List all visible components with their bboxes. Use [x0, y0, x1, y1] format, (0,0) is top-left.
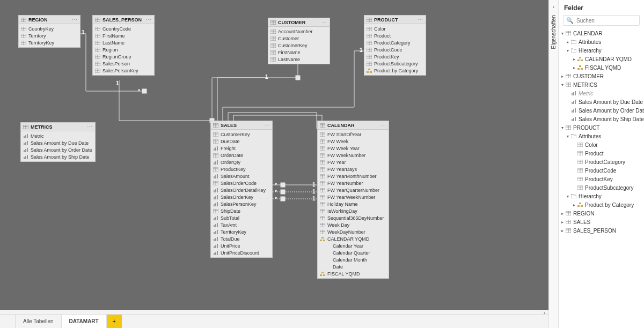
tree-node[interactable]: ▸SALES_PERSON [559, 226, 644, 235]
entity-sales[interactable]: SALES ⋯ CustomerKeyDueDateFreightOrderDa… [210, 121, 273, 258]
hierarchy-level[interactable]: Calendar Month [318, 256, 389, 263]
entity-header[interactable]: METRICS ⋯ [21, 123, 95, 131]
tab-datamart[interactable]: DATAMART [62, 315, 107, 328]
tree-twisty[interactable]: ▾ [565, 194, 570, 199]
entity-header[interactable]: SALES ⋯ [211, 121, 272, 130]
entity-field[interactable]: SubTotal [211, 214, 272, 221]
entity-sales-person[interactable]: SALES_PERSON ⋯ CountryCodeFirstNameLastN… [92, 15, 155, 76]
entity-menu-icon[interactable]: ⋯ [72, 18, 78, 22]
entity-field[interactable]: CountryCode [93, 25, 154, 32]
tree-node[interactable]: Product [559, 149, 644, 158]
expand-properties-icon[interactable]: ‹ [553, 3, 555, 10]
entity-header[interactable]: CUSTOMER ⋯ [268, 18, 330, 27]
entity-field[interactable]: SalesOrderKey [211, 193, 272, 200]
fields-tree[interactable]: ▾CALENDAR▸Attributes▾Hierarchy▸CALENDAR … [559, 29, 644, 328]
entity-header[interactable]: REGION ⋯ [19, 16, 80, 24]
entity-calendar[interactable]: CALENDAR ⋯ FW StartOfYearFW WeekFW Week … [317, 121, 389, 279]
entity-field[interactable]: Week Day [318, 221, 389, 228]
tree-node[interactable]: Color [559, 140, 644, 149]
entity-field[interactable]: FW WeekNumber [318, 152, 389, 159]
entity-field[interactable]: Sales Amount by Ship Date [21, 153, 95, 160]
entity-field[interactable]: CustomerKey [268, 42, 330, 49]
entity-field[interactable]: SalesOrderDetailKey [211, 187, 272, 193]
entity-field[interactable]: CountryKey [19, 25, 80, 32]
entity-header[interactable]: PRODUCT ⋯ [364, 16, 426, 24]
entity-field[interactable]: FW StartOfYear [318, 131, 389, 138]
tree-twisty[interactable]: ▸ [572, 57, 577, 62]
entity-field[interactable]: SalesAmount [211, 173, 272, 180]
entity-field[interactable]: Holiday Name [318, 200, 389, 207]
tree-node[interactable]: Sales Amount by Order Date [559, 106, 644, 115]
entity-product[interactable]: PRODUCT ⋯ ColorProductProductCategoryPro… [364, 15, 426, 76]
tree-node[interactable]: Sales Amount by Ship Date [559, 115, 644, 123]
horizontal-scrollbar[interactable]: › [0, 310, 548, 314]
entity-field[interactable]: SalesPerson [93, 60, 154, 67]
tree-node[interactable]: ProductCode [559, 166, 644, 175]
entity-field[interactable]: ProductKey [364, 53, 426, 60]
entity-field[interactable]: CustomerKey [211, 131, 272, 138]
tab-add[interactable]: + [107, 315, 122, 328]
entity-field[interactable]: IsWorkingDay [318, 207, 389, 214]
tree-node[interactable]: ▾METRICS [559, 80, 644, 89]
entity-field[interactable]: ShipDate [211, 207, 272, 214]
tree-twisty[interactable]: ▸ [560, 211, 565, 216]
tree-node[interactable]: ▸FISCAL YQMD [559, 63, 644, 72]
tree-twisty[interactable]: ▸ [565, 40, 570, 44]
tree-twisty[interactable]: ▸ [560, 74, 565, 79]
entity-field[interactable]: FW Year [318, 159, 389, 166]
entity-field[interactable]: TotalDue [211, 235, 272, 242]
entity-header[interactable]: SALES_PERSON ⋯ [93, 16, 154, 24]
entity-metrics[interactable]: METRICS ⋯ MetricSales Amount by Due Date… [20, 122, 96, 162]
entity-field[interactable]: Sales Amount by Due Date [21, 139, 95, 146]
entity-menu-icon[interactable]: ⋯ [380, 123, 386, 128]
entity-field[interactable]: Metric [21, 132, 95, 139]
entity-field[interactable]: LastName [268, 56, 330, 63]
entity-field[interactable]: Sequential365DayNumber [318, 214, 389, 221]
entity-field[interactable]: ProductSubcategory [364, 60, 426, 67]
tree-node[interactable]: ▾CALENDAR [559, 29, 644, 38]
hierarchy-level[interactable]: Date [318, 263, 389, 270]
entity-hierarchy[interactable]: FISCAL YQMD [318, 270, 389, 277]
entity-field[interactable]: FW Week [318, 138, 389, 145]
tree-node[interactable]: ▾Hierarchy [559, 192, 644, 200]
entity-field[interactable]: LastName [93, 39, 154, 46]
entity-menu-icon[interactable]: ⋯ [321, 20, 327, 25]
entity-field[interactable]: Sales Amount by Order Date [21, 146, 95, 153]
entity-field[interactable]: FirstName [268, 49, 330, 56]
entity-field[interactable]: FirstName [93, 32, 154, 39]
tree-node[interactable]: ▾PRODUCT [559, 123, 644, 132]
entity-field[interactable]: SalesPersonKey [93, 67, 154, 74]
tree-node[interactable]: ▸SALES [559, 218, 644, 226]
entity-field[interactable]: ProductCode [364, 46, 426, 53]
entity-field[interactable]: FW YearMonthNumber [318, 173, 389, 180]
entity-field[interactable]: Customer [268, 35, 330, 42]
tree-twisty[interactable]: ▸ [560, 228, 565, 233]
hierarchy-level[interactable]: Calendar Quarter [318, 249, 389, 256]
entity-menu-icon[interactable]: ⋯ [418, 18, 423, 22]
entity-header[interactable]: CALENDAR ⋯ [318, 121, 389, 130]
tree-twisty[interactable]: ▾ [560, 31, 565, 36]
entity-field[interactable]: FW YearDays [318, 166, 389, 173]
entity-field[interactable]: TaxAmt [211, 221, 272, 228]
entity-field[interactable]: DueDate [211, 138, 272, 145]
tree-node[interactable]: ▾Attributes [559, 132, 644, 140]
search-input[interactable] [576, 18, 644, 24]
tree-node[interactable]: ProductSubcategory [559, 183, 644, 192]
tree-node[interactable]: ProductCategory [559, 158, 644, 166]
entity-field[interactable]: OrderQty [211, 159, 272, 166]
entity-field[interactable]: AccountNumber [268, 28, 330, 35]
tree-node[interactable]: ▸Attributes [559, 38, 644, 46]
entity-field[interactable]: TerritoryKey [211, 228, 272, 235]
tree-node[interactable]: ProductKey [559, 175, 644, 183]
tab-scroll-left[interactable] [0, 315, 16, 328]
entity-menu-icon[interactable]: ⋯ [87, 125, 93, 129]
entity-hierarchy[interactable]: CALENDAR YQMD [318, 235, 389, 242]
entity-field[interactable]: SalesPersonKey [211, 200, 272, 207]
entity-field[interactable]: UnitPrice [211, 242, 272, 249]
entity-field[interactable]: FW YearWeekNumber [318, 193, 389, 200]
entity-field[interactable]: TerritoryKey [19, 39, 80, 46]
tree-node[interactable]: ▸Product by Category [559, 200, 644, 209]
tree-node[interactable]: Metric [559, 89, 644, 98]
entity-field[interactable]: SalesOrderCode [211, 180, 272, 187]
entity-region[interactable]: REGION ⋯ CountryKeyTerritoryTerritoryKey [18, 15, 80, 48]
